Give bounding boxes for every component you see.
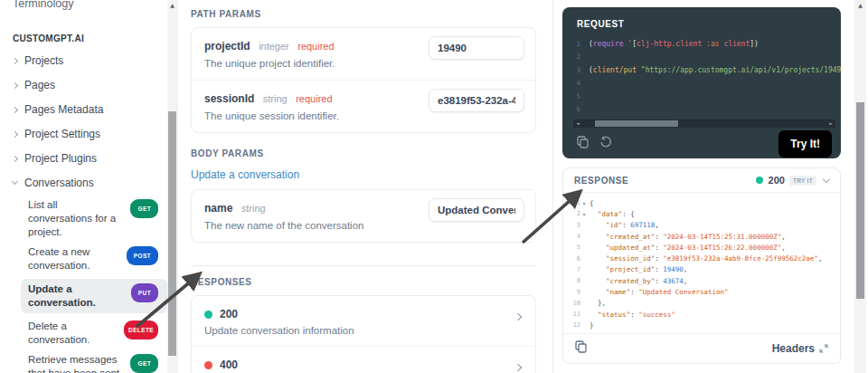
chevron-right-icon — [12, 155, 18, 161]
responses-label: RESPONSES — [191, 277, 536, 287]
sidebar-endpoint-delete-conversation[interactable]: Delete a conversation. DELETE — [28, 320, 167, 347]
param-name: name — [204, 202, 232, 215]
status-dot-success — [756, 177, 763, 184]
sidebar-item-pages[interactable]: Pages — [13, 79, 167, 92]
chevron-right-icon — [514, 313, 522, 320]
reset-icon[interactable] — [599, 136, 612, 152]
body-params-card: name string The new name of the conversa… — [191, 189, 536, 243]
responses-card: 200 Update conversation information 400 … — [191, 295, 536, 373]
projectid-input[interactable] — [429, 36, 524, 60]
param-name: projectId — [204, 40, 250, 53]
sidebar-item-projects[interactable]: Projects — [13, 54, 167, 68]
status-dot-success — [204, 311, 212, 319]
param-name: sessionId — [204, 92, 254, 105]
sidebar-item-conversations[interactable]: Conversations — [13, 177, 167, 190]
sidebar-endpoint-list-conversations[interactable]: List all conversations for a project. GE… — [28, 198, 167, 239]
param-required-flag: required — [297, 41, 334, 52]
body-params-label: BODY PARAMS — [191, 148, 536, 158]
endpoint-detail-panel: PATH PARAMS projectId integer required T… — [177, 0, 553, 373]
sidebar-item-terminology[interactable]: Terminology — [13, 0, 167, 10]
method-badge-post: POST — [127, 246, 158, 265]
chevron-down-icon[interactable] — [823, 175, 830, 182]
response-row-400[interactable]: 400 Bad Argument — [192, 346, 535, 373]
page-scrollbar-thumb[interactable] — [856, 102, 864, 299]
request-code-panel: REQUEST 1(require '[clj-http.client :as … — [562, 7, 841, 158]
chevron-down-icon — [12, 178, 18, 185]
sidebar-scrollbar-thumb[interactable] — [168, 111, 176, 356]
path-params-card: projectId integer required The unique pr… — [191, 27, 536, 133]
scroll-right-arrow-icon[interactable]: ► — [829, 120, 833, 126]
method-badge-get: GET — [130, 354, 158, 373]
copy-icon[interactable] — [577, 136, 589, 152]
scroll-left-arrow-icon[interactable]: ◄ — [576, 120, 580, 126]
response-panel-header[interactable]: RESPONSE 200 TRY IT — [563, 168, 840, 193]
scroll-up-arrow-icon[interactable]: ▲ — [167, 2, 177, 8]
param-row-name: name string The new name of the conversa… — [192, 190, 535, 242]
sidebar-section-label: CUSTOMGPT.AI — [13, 33, 167, 43]
chevron-right-icon — [12, 130, 18, 137]
param-type: string — [263, 93, 288, 104]
response-json[interactable]: 1▾{2▾ "data": {3 "id": 697118,4 "created… — [563, 193, 840, 331]
param-type: string — [241, 203, 266, 214]
name-input[interactable] — [429, 198, 524, 222]
method-badge-put: PUT — [131, 283, 158, 302]
response-description: Update conversation information — [204, 325, 523, 336]
code-horizontal-scrollbar[interactable]: ◄ ► — [573, 120, 835, 128]
horizontal-scrollbar-thumb[interactable] — [595, 120, 678, 127]
headers-button[interactable]: Headers — [772, 342, 815, 355]
sidebar-item-project-settings[interactable]: Project Settings — [13, 128, 167, 141]
try-it-badge: TRY IT — [789, 176, 816, 186]
try-it-button[interactable]: Try It! — [778, 130, 832, 158]
path-params-label: PATH PARAMS — [191, 9, 536, 19]
status-dot-error — [204, 361, 212, 369]
chevron-right-icon — [12, 106, 18, 112]
conversations-endpoint-list: List all conversations for a project. GE… — [13, 198, 167, 373]
request-panel-title: REQUEST — [562, 7, 841, 29]
method-badge-delete: DELETE — [124, 320, 158, 340]
sidebar-endpoint-retrieve-messages[interactable]: Retrieve messages that have been sent in… — [28, 353, 167, 373]
param-required-flag: required — [296, 93, 332, 104]
sessionid-input[interactable] — [429, 89, 524, 112]
api-docs-page: { "colors": { "method_get": "#0a8f66", "… — [0, 0, 868, 373]
chevron-right-icon — [12, 81, 18, 88]
sidebar: Terminology CUSTOMGPT.AI Projects Pages … — [0, 0, 167, 373]
sidebar-item-pages-metadata[interactable]: Pages Metadata — [13, 103, 167, 117]
param-row-projectid: projectId integer required The unique pr… — [192, 28, 535, 80]
expand-icon[interactable] — [819, 340, 828, 357]
sidebar-endpoint-create-conversation[interactable]: Create a new conversation. POST — [28, 245, 167, 273]
copy-icon[interactable] — [575, 340, 587, 357]
method-badge-get: GET — [130, 199, 158, 218]
param-type: integer — [259, 41, 289, 52]
request-code[interactable]: 1(require '[clj-http.client :as client])… — [562, 37, 841, 116]
param-row-sessionid: sessionId string required The unique ses… — [192, 80, 535, 132]
sidebar-endpoint-update-conversation[interactable]: Update a conversation. PUT — [21, 279, 167, 313]
response-status-code: 200 — [769, 175, 785, 186]
response-row-200[interactable]: 200 Update conversation information — [192, 296, 535, 346]
response-panel-footer: Headers — [563, 333, 840, 363]
scroll-up-arrow-icon[interactable]: ▲ — [854, 2, 866, 8]
schema-link[interactable]: Update a conversation — [191, 168, 536, 181]
response-panel-title: RESPONSE — [574, 176, 756, 186]
section-divider — [191, 265, 536, 266]
response-panel: RESPONSE 200 TRY IT 1▾{2▾ "data": {3 "id… — [562, 167, 841, 364]
sidebar-item-project-plugins[interactable]: Project Plugins — [13, 152, 167, 166]
chevron-right-icon — [514, 364, 522, 371]
chevron-right-icon — [12, 57, 18, 63]
